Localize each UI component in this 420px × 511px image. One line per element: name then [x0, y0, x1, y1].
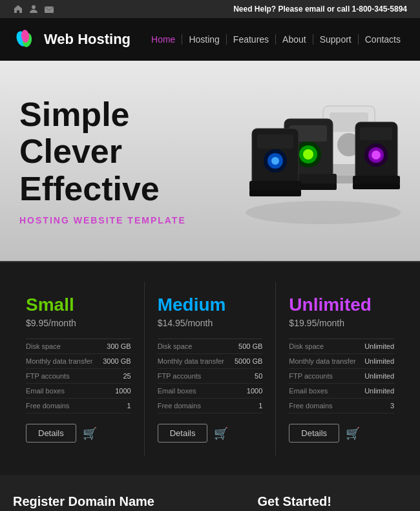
- plan-unlimited-name: Unlimited: [289, 295, 394, 315]
- plan-small-name: Small: [26, 295, 131, 315]
- plan-medium-price: $14.95/month: [158, 318, 263, 328]
- logo-icon: [13, 26, 37, 53]
- feature-row: Free domains1: [158, 399, 263, 413]
- mail-icon: [44, 4, 54, 14]
- plan-small: Small $9.95/month Disk space300 GB Month…: [13, 282, 145, 455]
- header: Web Hosting Home Hosting Features About …: [0, 18, 420, 61]
- feature-row: Email boxes1000: [158, 384, 263, 399]
- feature-row: FTP accounts25: [26, 369, 131, 384]
- plan-small-price: $9.95/month: [26, 318, 131, 328]
- main-nav: Home Hosting Features About Support Cont…: [145, 34, 407, 45]
- feature-row: FTP accountsUnlimited: [289, 369, 394, 384]
- small-cart-icon[interactable]: 🛒: [83, 426, 97, 441]
- get-started-title: Get Started!: [258, 494, 407, 509]
- nav-contacts[interactable]: Contacts: [359, 34, 407, 45]
- home-icon: [13, 4, 23, 14]
- feature-row: FTP accounts50: [158, 369, 263, 384]
- feature-row: Monthly data transferUnlimited: [289, 354, 394, 369]
- plan-small-actions: Details 🛒: [26, 424, 131, 443]
- get-started-section: Get Started! Don't have hosting website …: [258, 494, 407, 511]
- nav-home[interactable]: Home: [145, 34, 182, 45]
- logo-text: Web Hosting: [44, 31, 131, 48]
- svg-point-28: [372, 151, 381, 160]
- svg-rect-22: [249, 181, 301, 191]
- feature-row: Disk space300 GB: [26, 339, 131, 354]
- svg-point-0: [32, 5, 36, 9]
- hero-section: Simple Clever Effective HOSTING WEBSITE …: [0, 61, 420, 261]
- svg-rect-18: [257, 134, 293, 149]
- svg-point-31: [246, 201, 401, 224]
- hero-image: [210, 87, 401, 235]
- nav-features[interactable]: Features: [227, 34, 276, 45]
- medium-cart-icon[interactable]: 🛒: [214, 426, 228, 441]
- plan-medium-actions: Details 🛒: [158, 424, 263, 443]
- svg-point-14: [303, 149, 313, 160]
- logo: Web Hosting: [13, 26, 131, 53]
- nav-about[interactable]: About: [276, 34, 313, 45]
- feature-row: Disk spaceUnlimited: [289, 339, 394, 354]
- pricing-section: Small $9.95/month Disk space300 GB Month…: [0, 261, 420, 475]
- unlimited-details-button[interactable]: Details: [289, 424, 339, 443]
- server-illustration: [220, 87, 401, 235]
- unlimited-cart-icon[interactable]: 🛒: [346, 426, 360, 441]
- feature-row: Free domains1: [26, 399, 131, 413]
- plan-medium-features: Disk space500 GB Monthly data transfer50…: [158, 339, 263, 413]
- svg-rect-29: [353, 176, 400, 185]
- plan-medium-name: Medium: [158, 295, 263, 315]
- hero-text: Simple Clever Effective HOSTING WEBSITE …: [19, 96, 210, 225]
- plan-unlimited-price: $19.95/month: [289, 318, 394, 328]
- domain-title: Register Domain Name: [13, 494, 238, 509]
- svg-rect-30: [353, 183, 400, 189]
- plan-medium: Medium $14.95/month Disk space500 GB Mon…: [145, 282, 277, 455]
- bottom-section: Register Domain Name .net .info .co.uk .…: [0, 475, 420, 511]
- nav-support[interactable]: Support: [313, 34, 359, 45]
- top-bar-icons: [13, 4, 54, 14]
- svg-rect-25: [360, 127, 392, 140]
- nav-hosting[interactable]: Hosting: [182, 34, 226, 45]
- plan-unlimited: Unlimited $19.95/month Disk spaceUnlimit…: [276, 282, 407, 455]
- domain-section: Register Domain Name .net .info .co.uk .…: [13, 494, 238, 511]
- plan-unlimited-features: Disk spaceUnlimited Monthly data transfe…: [289, 339, 394, 413]
- svg-rect-23: [249, 190, 301, 196]
- user-icon: [28, 4, 39, 14]
- plan-small-features: Disk space300 GB Monthly data transfer30…: [26, 339, 131, 413]
- top-bar: Need Help? Please email or call 1-800-34…: [0, 0, 420, 18]
- top-bar-contact: Need Help? Please email or call 1-800-34…: [233, 5, 407, 14]
- medium-details-button[interactable]: Details: [158, 424, 208, 443]
- hero-title: Simple Clever Effective: [19, 96, 210, 207]
- svg-point-21: [271, 157, 279, 165]
- hero-subtitle: HOSTING WEBSITE TEMPLATE: [19, 215, 210, 225]
- plan-unlimited-actions: Details 🛒: [289, 424, 394, 443]
- feature-row: Free domains3: [289, 399, 394, 413]
- feature-row: Disk space500 GB: [158, 339, 263, 354]
- feature-row: Monthly data transfer5000 GB: [158, 354, 263, 369]
- small-details-button[interactable]: Details: [26, 424, 76, 443]
- feature-row: Email boxes1000: [26, 384, 131, 399]
- feature-row: Email boxesUnlimited: [289, 384, 394, 399]
- feature-row: Monthly data transfer3000 GB: [26, 354, 131, 369]
